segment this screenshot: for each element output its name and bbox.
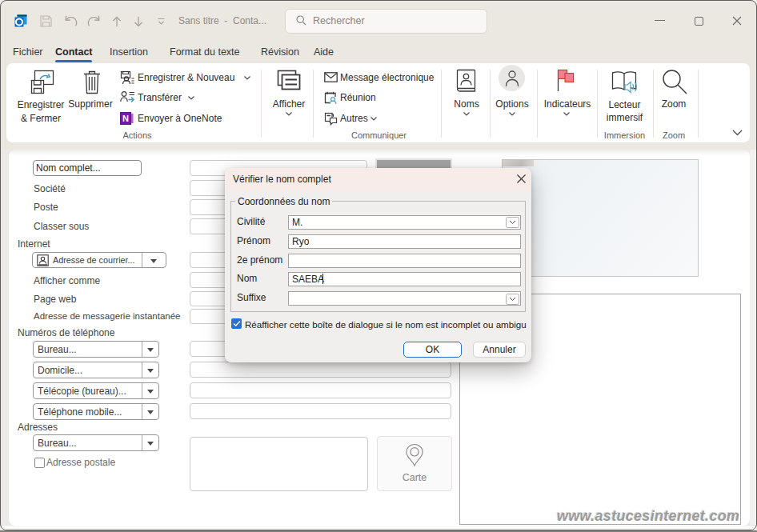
svg-text:N: N <box>122 114 129 123</box>
